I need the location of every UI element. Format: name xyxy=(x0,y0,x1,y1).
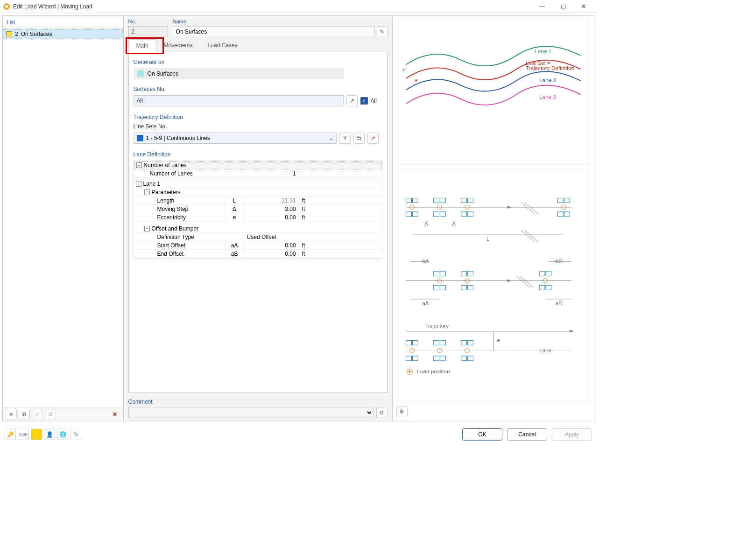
tab-load-cases[interactable]: Load Cases xyxy=(200,39,245,52)
chevron-down-icon: ⌄ xyxy=(329,135,333,141)
svg-rect-46 xyxy=(461,272,466,276)
svg-rect-72 xyxy=(433,341,439,345)
globe-button[interactable]: 🌐 xyxy=(57,429,68,440)
svg-rect-73 xyxy=(440,341,445,345)
svg-text:Load position: Load position xyxy=(417,369,450,375)
svg-text:Lane 3: Lane 3 xyxy=(539,94,557,100)
pick-surfaces-button[interactable]: ↗ xyxy=(346,95,358,106)
svg-rect-49 xyxy=(546,272,551,276)
svg-rect-70 xyxy=(406,341,411,345)
svg-rect-82 xyxy=(433,356,439,361)
generate-on-value: On Surfaces xyxy=(148,70,179,77)
surfaces-no-input[interactable]: All xyxy=(134,95,344,106)
edit-lineset-button[interactable]: 🗀 xyxy=(353,133,365,144)
svg-rect-81 xyxy=(412,356,418,361)
svg-rect-29 xyxy=(564,212,570,217)
check-button[interactable]: ✓ xyxy=(32,409,43,420)
copy-item-button[interactable]: ⧉ xyxy=(19,409,30,420)
close-button[interactable]: ✕ xyxy=(573,0,594,13)
delete-item-button[interactable]: ✕ xyxy=(109,409,120,420)
lane-tree[interactable]: −Number of Lanes Number of Lanes1 −Lane … xyxy=(134,161,382,259)
color-button[interactable] xyxy=(31,429,42,440)
new-item-button[interactable]: ✳ xyxy=(6,409,17,420)
list-item-color-icon xyxy=(6,31,12,37)
svg-rect-9 xyxy=(412,198,418,203)
svg-marker-17 xyxy=(507,206,512,209)
pick-lineset-button[interactable]: ↗ xyxy=(367,133,379,144)
tab-main[interactable]: Main xyxy=(128,39,156,52)
member-button[interactable]: 👤 xyxy=(44,429,55,440)
new-lineset-button[interactable]: ✳ xyxy=(339,133,351,144)
units-icon: 0,00 xyxy=(19,432,28,437)
apply-button[interactable]: Apply xyxy=(552,428,592,441)
svg-text:L: L xyxy=(486,236,490,242)
comment-input[interactable] xyxy=(128,407,374,418)
star-new-icon: ✳ xyxy=(9,411,14,418)
svg-text:Lane: Lane xyxy=(539,347,552,354)
minimize-button[interactable]: ― xyxy=(532,0,553,13)
svg-rect-56 xyxy=(440,286,445,290)
folder-icon: 🗀 xyxy=(356,135,362,141)
revert-icon: ↺ xyxy=(48,411,53,418)
svg-rect-47 xyxy=(467,272,473,276)
all-surfaces-checkbox[interactable]: ✓ xyxy=(360,97,368,105)
svg-rect-84 xyxy=(461,356,466,361)
svg-rect-44 xyxy=(433,272,439,276)
svg-rect-60 xyxy=(546,286,551,290)
rename-button[interactable]: ✎ xyxy=(377,26,388,37)
lanes-diagram: Lane 1 Line Set = Trajectory Definition … xyxy=(396,20,590,165)
new-icon: ✳ xyxy=(343,135,347,141)
function-icon: fx xyxy=(73,431,78,438)
name-input[interactable] xyxy=(173,26,375,37)
generate-on-title: Generate on xyxy=(134,59,382,65)
list-panel: List 2 On Surfaces ✳ ⧉ ✓ ↺ ✕ xyxy=(3,16,124,421)
list[interactable]: 2 On Surfaces xyxy=(3,29,123,407)
preview-settings-button[interactable]: ⚙ xyxy=(396,406,408,417)
svg-text:e: e xyxy=(414,77,417,84)
svg-text:Trajectory Definition: Trajectory Definition xyxy=(525,65,574,71)
line-sets-dropdown[interactable]: 1 - 5-9 | Continuous Lines ⌄ xyxy=(134,133,337,144)
maximize-button[interactable]: ▢ xyxy=(553,0,573,13)
svg-line-62 xyxy=(520,276,534,288)
svg-rect-83 xyxy=(440,356,445,361)
list-item-label: On Surfaces xyxy=(21,31,52,37)
preview-panel: Lane 1 Line Set = Trajectory Definition … xyxy=(392,16,594,421)
no-input[interactable] xyxy=(128,26,168,37)
svg-rect-59 xyxy=(539,286,545,290)
function-button[interactable]: fx xyxy=(70,429,81,440)
lane-title: Lane Definition xyxy=(134,151,382,158)
svg-rect-12 xyxy=(461,198,466,203)
comment-library-button[interactable]: ⧉ xyxy=(376,407,388,418)
svg-line-38 xyxy=(524,230,538,242)
svg-marker-51 xyxy=(507,280,512,282)
svg-text:Lane 2: Lane 2 xyxy=(539,77,556,84)
list-header: List xyxy=(3,16,123,29)
tab-movements[interactable]: Movements xyxy=(156,39,200,52)
trajectory-title: Trajectory Definition xyxy=(134,114,382,120)
revert-button[interactable]: ↺ xyxy=(45,409,56,420)
editor-panel: No. Name ✎ Main Movements Load Cases Gen… xyxy=(124,16,392,421)
help-icon: 🔑 xyxy=(7,431,14,438)
help-button[interactable]: 🔑 xyxy=(5,429,16,440)
svg-text:Δ: Δ xyxy=(424,221,428,227)
list-item-on-surfaces[interactable]: 2 On Surfaces xyxy=(3,29,123,39)
svg-marker-69 xyxy=(570,330,574,333)
svg-rect-25 xyxy=(440,212,445,217)
svg-rect-75 xyxy=(467,341,473,345)
svg-rect-23 xyxy=(412,212,418,217)
cancel-button[interactable]: Cancel xyxy=(507,428,547,441)
svg-rect-48 xyxy=(539,272,545,276)
svg-text:Δ: Δ xyxy=(452,221,456,227)
svg-rect-13 xyxy=(467,198,473,203)
ok-button[interactable]: OK xyxy=(462,428,502,441)
gear-icon: ⚙ xyxy=(399,408,404,415)
svg-rect-28 xyxy=(557,212,563,217)
svg-text:aB: aB xyxy=(555,300,562,307)
all-label: All xyxy=(371,98,377,104)
tabs: Main Movements Load Cases xyxy=(128,39,388,52)
svg-rect-57 xyxy=(461,286,466,290)
window-title: Edit Load Wizard | Moving Load xyxy=(13,3,532,10)
units-button[interactable]: 0,00 xyxy=(18,429,29,440)
svg-line-30 xyxy=(521,203,535,214)
pick-icon: ↗ xyxy=(350,98,354,104)
